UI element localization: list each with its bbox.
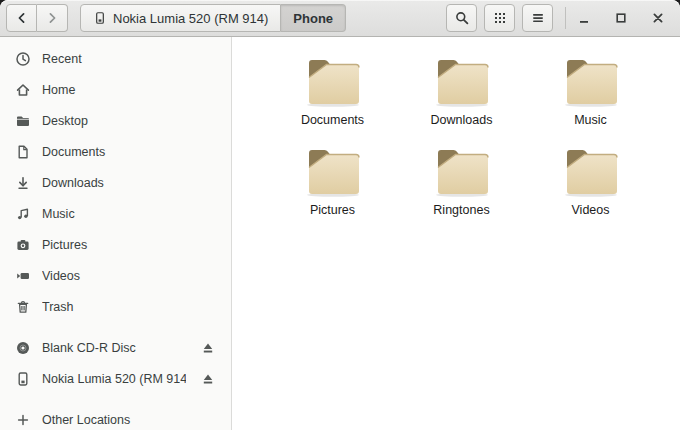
breadcrumb-phone-label: Phone [293, 11, 333, 26]
minimize-button[interactable] [576, 10, 592, 26]
folder-label: Music [574, 113, 607, 127]
sidebar-item-label: Home [42, 83, 219, 97]
folder-icon [559, 55, 623, 107]
eject-icon [200, 371, 216, 387]
history-nav [6, 4, 68, 32]
back-button[interactable] [6, 4, 37, 32]
folder-item-ringtones[interactable]: Ringtones [397, 145, 526, 217]
trash-icon [15, 299, 31, 315]
grid-view-button[interactable] [484, 4, 515, 32]
sidebar-device-label: Blank CD-R Disc [42, 341, 186, 355]
breadcrumb-device-label: Nokia Lumia 520 (RM 914) [113, 11, 268, 26]
sidebar-device-nokia-lumia-520-rm-914[interactable]: Nokia Lumia 520 (RM 914) [0, 363, 231, 394]
music-icon [15, 206, 31, 222]
folder-item-documents[interactable]: Documents [268, 55, 397, 127]
camera-icon [15, 237, 31, 253]
menu-button[interactable] [522, 4, 553, 32]
sidebar-item-music[interactable]: Music [0, 198, 231, 229]
folder-icon [15, 113, 31, 129]
plus-icon [15, 412, 31, 428]
sidebar-item-label: Music [42, 207, 219, 221]
content-pane[interactable]: DocumentsDownloadsMusicPicturesRingtones… [232, 37, 680, 430]
eject-button[interactable] [197, 368, 219, 390]
document-icon [15, 144, 31, 160]
window-body: RecentHomeDesktopDocumentsDownloadsMusic… [0, 37, 680, 430]
sidebar-item-label: Pictures [42, 238, 219, 252]
sidebar-item-label: Trash [42, 300, 219, 314]
folder-grid: DocumentsDownloadsMusicPicturesRingtones… [232, 37, 680, 217]
folder-icon [430, 145, 494, 197]
folder-label: Ringtones [433, 203, 489, 217]
sidebar-item-documents[interactable]: Documents [0, 136, 231, 167]
folder-icon [301, 145, 365, 197]
headerbar-separator [565, 7, 566, 29]
breadcrumb: Nokia Lumia 520 (RM 914) Phone [80, 4, 346, 32]
folder-item-pictures[interactable]: Pictures [268, 145, 397, 217]
clock-icon [15, 51, 31, 67]
phone-icon [93, 11, 107, 25]
video-icon [15, 268, 31, 284]
home-icon [15, 82, 31, 98]
grid-view-icon [492, 10, 508, 26]
close-button[interactable] [650, 10, 666, 26]
phone-icon [15, 371, 31, 387]
search-icon [454, 10, 470, 26]
headerbar: Nokia Lumia 520 (RM 914) Phone [0, 0, 680, 37]
eject-icon [200, 340, 216, 356]
sidebar-item-downloads[interactable]: Downloads [0, 167, 231, 198]
sidebar-item-recent[interactable]: Recent [0, 43, 231, 74]
sidebar-devices-list: Blank CD-R DiscNokia Lumia 520 (RM 914) [0, 332, 231, 394]
sidebar-other-locations: Other Locations [0, 404, 231, 430]
sidebar-item-pictures[interactable]: Pictures [0, 229, 231, 260]
folder-item-music[interactable]: Music [526, 55, 655, 127]
folder-item-downloads[interactable]: Downloads [397, 55, 526, 127]
file-manager-window: Nokia Lumia 520 (RM 914) Phone [0, 0, 680, 430]
sidebar-item-label: Desktop [42, 114, 219, 128]
menu-icon [530, 10, 546, 26]
maximize-button[interactable] [613, 10, 629, 26]
sidebar-item-desktop[interactable]: Desktop [0, 105, 231, 136]
search-button[interactable] [446, 4, 477, 32]
sidebar-places-list: RecentHomeDesktopDocumentsDownloadsMusic… [0, 43, 231, 322]
headerbar-actions [446, 4, 553, 32]
sidebar: RecentHomeDesktopDocumentsDownloadsMusic… [0, 37, 232, 430]
breadcrumb-device-segment[interactable]: Nokia Lumia 520 (RM 914) [80, 4, 281, 32]
sidebar-item-label: Documents [42, 145, 219, 159]
sidebar-item-label: Downloads [42, 176, 219, 190]
folder-label: Documents [301, 113, 364, 127]
sidebar-item-label: Videos [42, 269, 219, 283]
folder-item-videos[interactable]: Videos [526, 145, 655, 217]
sidebar-item-home[interactable]: Home [0, 74, 231, 105]
folder-icon [301, 55, 365, 107]
forward-button[interactable] [37, 4, 68, 32]
folder-label: Pictures [310, 203, 355, 217]
sidebar-device-label: Nokia Lumia 520 (RM 914) [42, 372, 186, 386]
chevron-left-icon [14, 10, 30, 26]
download-icon [15, 175, 31, 191]
folder-icon [559, 145, 623, 197]
folder-label: Downloads [431, 113, 493, 127]
chevron-right-icon [44, 10, 60, 26]
breadcrumb-phone-segment[interactable]: Phone [281, 4, 346, 32]
window-controls [576, 10, 670, 26]
folder-label: Videos [572, 203, 610, 217]
eject-button[interactable] [197, 337, 219, 359]
sidebar-device-blank-cd-r-disc[interactable]: Blank CD-R Disc [0, 332, 231, 363]
sidebar-item-videos[interactable]: Videos [0, 260, 231, 291]
folder-icon [430, 55, 494, 107]
sidebar-item-label: Other Locations [42, 413, 219, 427]
sidebar-item-label: Recent [42, 52, 219, 66]
disc-icon [15, 340, 31, 356]
sidebar-item-other-locations[interactable]: Other Locations [0, 404, 231, 430]
sidebar-item-trash[interactable]: Trash [0, 291, 231, 322]
